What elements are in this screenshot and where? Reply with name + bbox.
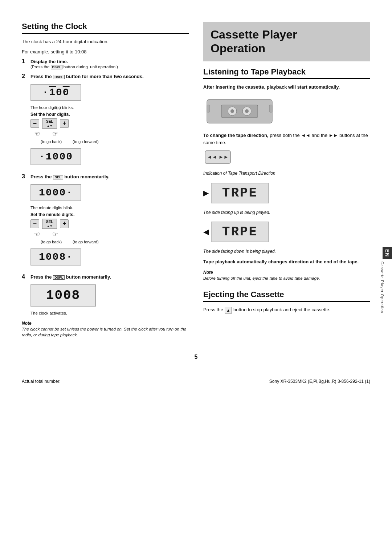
cassette-image-container bbox=[203, 94, 370, 128]
set-hour-label: Set the hour digits. bbox=[30, 112, 189, 117]
left-note-label: Note bbox=[22, 321, 32, 326]
cassette-svg bbox=[203, 94, 276, 127]
eject-button-icon: ▲ bbox=[225, 307, 232, 314]
tape-display-2-row: ◀ TRPE bbox=[203, 219, 370, 245]
ejecting-title: Ejecting the Cassette bbox=[203, 290, 370, 302]
step-2-display2-container: ·1000 bbox=[30, 146, 189, 167]
step-4-display1: 1008 bbox=[30, 284, 96, 307]
step-2: 2 Press the DSPL button for more than tw… bbox=[22, 73, 189, 170]
page-container: EN Cassette Player Operation Setting the… bbox=[0, 0, 392, 555]
step-1-content: Display the time. (Press the DSPL button… bbox=[30, 58, 189, 69]
hand-left-icon: ☜ bbox=[34, 130, 40, 138]
set-min-label: Set the minute digits. bbox=[30, 212, 189, 217]
footer: Actual total number: Sony XR-3503MK2 (E,… bbox=[22, 375, 370, 384]
minus-button[interactable]: – bbox=[30, 119, 39, 128]
step-3-display2: 1008· bbox=[30, 248, 81, 266]
step-4-caption1: The clock activates. bbox=[30, 311, 189, 315]
tape-display-1-container: ▶ TRPE bbox=[203, 180, 269, 206]
step-2-display1-container: ·100 bbox=[30, 82, 189, 103]
step-4-display1-container: 1008 bbox=[30, 282, 189, 309]
step-2-caption1: The hour digit(s) blinks. bbox=[30, 105, 189, 110]
en-tab: EN bbox=[383, 247, 392, 259]
tape-display-2-container: ◀ TRPE bbox=[203, 219, 269, 245]
step-2-text: Press the DSPL button for more than two … bbox=[30, 74, 144, 79]
step-1-bold: Display the time. bbox=[30, 59, 68, 64]
step-3-display2-container: 1008· bbox=[30, 246, 189, 268]
right-note-label: Note bbox=[203, 270, 213, 275]
go-back-forward-1: (to go back) (to go forward) bbox=[41, 139, 189, 144]
step-2-number: 2 bbox=[22, 73, 28, 80]
svg-rect-1 bbox=[221, 105, 258, 118]
sel-button-min[interactable]: SEL▲▼ bbox=[42, 219, 57, 229]
tape-direction-para: To change the tape direction, press both… bbox=[203, 132, 370, 146]
direction-button-area: ◄◄ ►► bbox=[203, 149, 370, 167]
step-2-display2: ·1000 bbox=[30, 148, 81, 165]
hour-selector-row: – SEL▲▼ + bbox=[30, 118, 189, 129]
plus-button[interactable]: + bbox=[60, 119, 69, 128]
go-back-forward-2: (to go back) (to go forward) bbox=[41, 240, 189, 244]
step-3-display1-container: 1000· bbox=[30, 182, 189, 203]
sel-button[interactable]: SEL▲▼ bbox=[42, 118, 57, 129]
right-note: Note Before turning off the unit, eject … bbox=[203, 269, 370, 281]
clock-intro: The clock has a 24-hour digital indicati… bbox=[22, 38, 189, 45]
dspl-button-4: DSPL bbox=[53, 275, 65, 280]
step-1-detail: (Press the DSPL button during unit opera… bbox=[30, 65, 189, 69]
eject-text: Press the ▲ button to stop playback and … bbox=[203, 306, 370, 313]
step-4-text: Press the DSPL button momentarily. bbox=[30, 274, 111, 280]
step-3-content: Press the SEL button momentarily. 1000· … bbox=[30, 173, 189, 270]
svg-point-5 bbox=[245, 109, 249, 113]
en-label: EN bbox=[384, 249, 390, 257]
step-3-text: Press the SEL button momentarily. bbox=[30, 174, 109, 179]
cassette-header-title: Cassette Player Operation bbox=[211, 28, 363, 56]
tape-display-1: TRPE bbox=[211, 183, 269, 203]
cassette-player-side-label: Cassette Player Operation bbox=[380, 262, 384, 313]
listening-title: Listening to Tape Playback bbox=[203, 67, 370, 79]
page-number: 5 bbox=[22, 354, 370, 360]
dspl-button-1: DSPL bbox=[51, 65, 62, 69]
left-note: Note The clock cannot be set unless the … bbox=[22, 320, 189, 338]
hand-right-icon-2: ☞ bbox=[52, 230, 58, 238]
setting-clock-section: Setting the Clock The clock has a 24-hou… bbox=[22, 22, 189, 338]
tape-caption-2: The side facing down is being played. bbox=[203, 248, 370, 255]
setting-clock-title: Setting the Clock bbox=[22, 22, 189, 34]
step-4-content: Press the DSPL button momentarily. 1008 … bbox=[30, 274, 189, 315]
tape-display-2: TRPE bbox=[211, 222, 269, 242]
step-3: 3 Press the SEL button momentarily. 1000… bbox=[22, 173, 189, 270]
step-3-caption1: The minute digits blink. bbox=[30, 206, 189, 210]
listening-section: Listening to Tape Playback After inserti… bbox=[203, 67, 370, 281]
clock-example: For example, setting it to 10:08 bbox=[22, 48, 189, 56]
step-4: 4 Press the DSPL button momentarily. 100… bbox=[22, 274, 189, 315]
hand-right-icon: ☞ bbox=[52, 130, 58, 138]
sel-inline-btn: SEL bbox=[53, 175, 63, 179]
hand-left-icon-2: ☜ bbox=[34, 230, 40, 238]
tape-direction-bold: To change the tape direction, bbox=[203, 133, 269, 138]
step-3-number: 3 bbox=[22, 173, 28, 180]
dspl-button-2: DSPL bbox=[53, 75, 65, 79]
step-4-number: 4 bbox=[22, 274, 28, 280]
ejecting-section: Ejecting the Cassette Press the ▲ button… bbox=[203, 290, 370, 313]
cassette-header-box: Cassette Player Operation bbox=[203, 22, 370, 61]
svg-point-3 bbox=[230, 109, 234, 113]
play-left-indicator: ◀ bbox=[203, 227, 209, 236]
left-note-text: The clock cannot be set unless the power… bbox=[22, 326, 189, 338]
svg-rect-7 bbox=[269, 105, 272, 112]
right-column: Cassette Player Operation Listening to T… bbox=[203, 22, 370, 347]
svg-text:◄◄ ►►: ◄◄ ►► bbox=[207, 154, 228, 160]
min-selector-row: – SEL▲▼ + bbox=[30, 219, 189, 229]
footer-right: Sony XR-3503MK2 (E,Pl,Bg,Hu,R) 3-856-292… bbox=[269, 379, 370, 384]
tape-caption-1: The side facing up is being played. bbox=[203, 209, 370, 216]
step-2-content: Press the DSPL button for more than two … bbox=[30, 73, 189, 170]
step-1: 1 Display the time. (Press the DSPL butt… bbox=[22, 58, 189, 69]
listening-bold: After inserting the cassette, playback w… bbox=[203, 84, 340, 90]
svg-rect-6 bbox=[207, 105, 210, 112]
right-note-text: Before turning off the unit, eject the t… bbox=[203, 275, 370, 281]
play-right-indicator: ▶ bbox=[203, 189, 209, 197]
tape-display-1-row: ▶ TRPE bbox=[203, 180, 370, 206]
direction-btn-svg: ◄◄ ►► bbox=[203, 149, 232, 165]
plus-button-min[interactable]: + bbox=[60, 219, 69, 228]
auto-change-bold: Tape playback automatically changes dire… bbox=[203, 259, 359, 264]
minus-button-min[interactable]: – bbox=[30, 219, 39, 228]
footer-left: Actual total number: bbox=[22, 379, 61, 384]
step-3-display1: 1000· bbox=[30, 184, 81, 201]
left-column: Setting the Clock The clock has a 24-hou… bbox=[22, 22, 189, 347]
